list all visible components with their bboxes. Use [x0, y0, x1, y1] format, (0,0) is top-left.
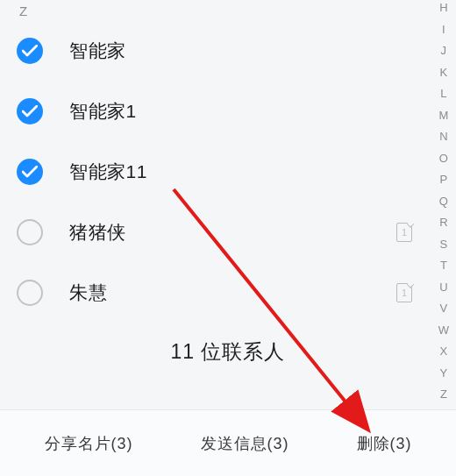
check-icon	[22, 105, 38, 117]
checkbox-unchecked[interactable]	[17, 219, 43, 245]
index-letter[interactable]: P	[440, 174, 448, 185]
index-letter[interactable]: I	[442, 24, 445, 35]
sim-card-icon: 1	[396, 223, 412, 242]
index-letter[interactable]: O	[439, 153, 448, 164]
contact-item[interactable]: 智能家	[0, 20, 456, 81]
checkbox-checked[interactable]	[17, 98, 43, 124]
contact-name: 智能家	[69, 39, 126, 63]
index-letter[interactable]: T	[440, 259, 447, 271]
index-letter[interactable]: M	[438, 110, 448, 121]
index-letter[interactable]: X	[440, 345, 448, 357]
contact-list: 智能家 智能家1 智能家11 猪猪侠 1	[0, 20, 456, 323]
contact-name: 猪猪侠	[69, 220, 126, 245]
delete-button[interactable]: 删除(3)	[350, 426, 419, 461]
index-letter[interactable]: H	[439, 2, 447, 13]
bottom-action-bar: 分享名片(3) 发送信息(3) 删除(3)	[0, 409, 456, 476]
index-letter[interactable]: V	[440, 302, 448, 314]
check-icon	[22, 166, 38, 178]
contact-name: 智能家11	[69, 160, 147, 184]
index-letter[interactable]: R	[439, 217, 447, 228]
contact-item[interactable]: 朱慧	[0, 262, 456, 323]
index-letter[interactable]: K	[440, 67, 448, 78]
index-letter[interactable]: N	[439, 131, 447, 142]
checkbox-checked[interactable]	[17, 159, 43, 185]
section-header-letter: Z	[0, 0, 456, 20]
sim-card-icon: 1	[396, 283, 412, 302]
contact-item[interactable]: 猪猪侠	[0, 202, 456, 262]
contact-item[interactable]: 智能家11	[0, 141, 456, 202]
share-card-button[interactable]: 分享名片(3)	[38, 426, 140, 461]
index-letter[interactable]: S	[440, 238, 448, 250]
check-icon	[22, 45, 38, 57]
checkbox-unchecked[interactable]	[17, 280, 43, 306]
index-letter[interactable]: Z	[440, 388, 447, 400]
index-letter[interactable]: Q	[439, 195, 448, 207]
index-letter[interactable]: L	[440, 88, 446, 99]
checkbox-checked[interactable]	[17, 38, 43, 64]
send-message-button[interactable]: 发送信息(3)	[194, 426, 296, 461]
index-letter[interactable]: W	[438, 324, 449, 336]
contact-item[interactable]: 智能家1	[0, 81, 456, 141]
index-letter[interactable]: Y	[440, 367, 448, 379]
alphabet-index-bar[interactable]: H I J K L M N O P Q R S T U V W X Y Z	[438, 0, 449, 400]
contact-count: 11 位联系人	[0, 338, 456, 366]
index-letter[interactable]: J	[441, 45, 447, 56]
index-letter[interactable]: U	[439, 281, 447, 293]
contact-name: 朱慧	[69, 281, 107, 305]
contact-name: 智能家1	[69, 99, 137, 124]
